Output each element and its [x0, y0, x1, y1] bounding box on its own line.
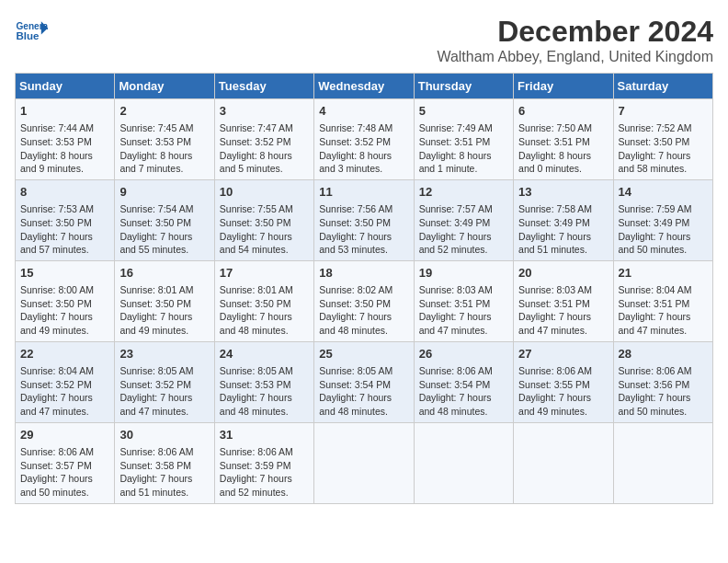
calendar-table: SundayMondayTuesdayWednesdayThursdayFrid… [15, 73, 713, 504]
calendar-cell: 17Sunrise: 8:01 AM Sunset: 3:50 PM Dayli… [214, 260, 313, 341]
calendar-cell: 24Sunrise: 8:05 AM Sunset: 3:53 PM Dayli… [214, 341, 313, 422]
calendar-cell: 27Sunrise: 8:06 AM Sunset: 3:55 PM Dayli… [514, 341, 613, 422]
day-number: 2 [119, 103, 209, 120]
day-number: 3 [220, 103, 309, 120]
column-header-wednesday: Wednesday [314, 74, 414, 99]
day-info: Sunrise: 8:06 AM Sunset: 3:55 PM Dayligh… [518, 364, 608, 419]
calendar-cell: 7Sunrise: 7:52 AM Sunset: 3:50 PM Daylig… [613, 99, 712, 180]
day-number: 6 [518, 103, 608, 120]
day-info: Sunrise: 7:59 AM Sunset: 3:49 PM Dayligh… [619, 202, 708, 257]
calendar-cell: 29Sunrise: 8:06 AM Sunset: 3:57 PM Dayli… [16, 422, 115, 503]
day-number: 8 [20, 184, 109, 201]
day-info: Sunrise: 7:57 AM Sunset: 3:49 PM Dayligh… [419, 202, 508, 257]
day-number: 14 [619, 184, 708, 201]
day-number: 15 [20, 265, 109, 282]
day-info: Sunrise: 7:54 AM Sunset: 3:50 PM Dayligh… [119, 202, 209, 257]
day-info: Sunrise: 8:02 AM Sunset: 3:50 PM Dayligh… [319, 283, 408, 338]
day-info: Sunrise: 8:06 AM Sunset: 3:59 PM Dayligh… [220, 445, 309, 500]
column-header-thursday: Thursday [414, 74, 513, 99]
calendar-cell [613, 422, 712, 503]
day-info: Sunrise: 8:01 AM Sunset: 3:50 PM Dayligh… [220, 283, 309, 338]
calendar-cell: 4Sunrise: 7:48 AM Sunset: 3:52 PM Daylig… [314, 99, 414, 180]
day-number: 26 [419, 346, 508, 362]
day-number: 4 [319, 103, 408, 120]
calendar-cell: 13Sunrise: 7:58 AM Sunset: 3:49 PM Dayli… [514, 179, 613, 260]
title-area: December 2024 Waltham Abbey, England, Un… [437, 15, 713, 65]
day-info: Sunrise: 7:53 AM Sunset: 3:50 PM Dayligh… [20, 202, 109, 257]
svg-text:Blue: Blue [16, 30, 40, 41]
day-number: 10 [220, 184, 309, 201]
day-number: 22 [20, 346, 109, 362]
calendar-cell: 22Sunrise: 8:04 AM Sunset: 3:52 PM Dayli… [16, 341, 115, 422]
column-header-tuesday: Tuesday [214, 74, 313, 99]
calendar-cell: 2Sunrise: 7:45 AM Sunset: 3:53 PM Daylig… [115, 99, 214, 180]
day-number: 21 [619, 265, 708, 282]
calendar-cell: 28Sunrise: 8:06 AM Sunset: 3:56 PM Dayli… [613, 341, 712, 422]
day-info: Sunrise: 8:01 AM Sunset: 3:50 PM Dayligh… [119, 283, 209, 338]
day-number: 29 [20, 427, 109, 443]
calendar-cell: 20Sunrise: 8:03 AM Sunset: 3:51 PM Dayli… [514, 260, 613, 341]
day-info: Sunrise: 8:06 AM Sunset: 3:57 PM Dayligh… [20, 445, 109, 500]
day-info: Sunrise: 7:47 AM Sunset: 3:52 PM Dayligh… [220, 121, 309, 176]
calendar-header: SundayMondayTuesdayWednesdayThursdayFrid… [16, 74, 713, 99]
day-info: Sunrise: 8:06 AM Sunset: 3:54 PM Dayligh… [419, 364, 508, 419]
day-info: Sunrise: 8:05 AM Sunset: 3:54 PM Dayligh… [319, 364, 408, 419]
calendar-cell: 10Sunrise: 7:55 AM Sunset: 3:50 PM Dayli… [214, 179, 313, 260]
logo-icon: General Blue [15, 15, 48, 48]
calendar-cell [514, 422, 613, 503]
calendar-cell: 11Sunrise: 7:56 AM Sunset: 3:50 PM Dayli… [314, 179, 414, 260]
day-info: Sunrise: 7:45 AM Sunset: 3:53 PM Dayligh… [119, 121, 209, 176]
calendar-cell: 8Sunrise: 7:53 AM Sunset: 3:50 PM Daylig… [16, 179, 115, 260]
calendar-cell [414, 422, 513, 503]
day-number: 19 [419, 265, 508, 282]
day-number: 5 [419, 103, 508, 120]
column-header-monday: Monday [115, 74, 214, 99]
day-info: Sunrise: 7:55 AM Sunset: 3:50 PM Dayligh… [220, 202, 309, 257]
day-number: 30 [119, 427, 209, 443]
header: General Blue December 2024 Waltham Abbey… [15, 15, 713, 65]
day-number: 1 [20, 103, 109, 120]
calendar-cell: 6Sunrise: 7:50 AM Sunset: 3:51 PM Daylig… [514, 99, 613, 180]
calendar-cell: 1Sunrise: 7:44 AM Sunset: 3:53 PM Daylig… [16, 99, 115, 180]
page-subtitle: Waltham Abbey, England, United Kingdom [437, 49, 713, 65]
day-number: 25 [319, 346, 408, 362]
day-number: 12 [419, 184, 508, 201]
calendar-cell: 3Sunrise: 7:47 AM Sunset: 3:52 PM Daylig… [214, 99, 313, 180]
day-info: Sunrise: 7:44 AM Sunset: 3:53 PM Dayligh… [20, 121, 109, 176]
calendar-cell: 15Sunrise: 8:00 AM Sunset: 3:50 PM Dayli… [16, 260, 115, 341]
day-number: 9 [119, 184, 209, 201]
day-info: Sunrise: 8:04 AM Sunset: 3:52 PM Dayligh… [20, 364, 109, 419]
day-info: Sunrise: 8:06 AM Sunset: 3:58 PM Dayligh… [119, 445, 209, 500]
day-number: 24 [220, 346, 309, 362]
calendar-cell: 30Sunrise: 8:06 AM Sunset: 3:58 PM Dayli… [115, 422, 214, 503]
logo: General Blue [15, 15, 48, 48]
calendar-cell: 23Sunrise: 8:05 AM Sunset: 3:52 PM Dayli… [115, 341, 214, 422]
column-header-friday: Friday [514, 74, 613, 99]
calendar-cell: 14Sunrise: 7:59 AM Sunset: 3:49 PM Dayli… [613, 179, 712, 260]
day-info: Sunrise: 8:06 AM Sunset: 3:56 PM Dayligh… [619, 364, 708, 419]
day-number: 23 [119, 346, 209, 362]
day-number: 17 [220, 265, 309, 282]
day-info: Sunrise: 8:04 AM Sunset: 3:51 PM Dayligh… [619, 283, 708, 338]
day-info: Sunrise: 8:03 AM Sunset: 3:51 PM Dayligh… [518, 283, 608, 338]
calendar-cell: 18Sunrise: 8:02 AM Sunset: 3:50 PM Dayli… [314, 260, 414, 341]
column-header-saturday: Saturday [613, 74, 712, 99]
calendar-cell: 26Sunrise: 8:06 AM Sunset: 3:54 PM Dayli… [414, 341, 513, 422]
calendar-cell: 19Sunrise: 8:03 AM Sunset: 3:51 PM Dayli… [414, 260, 513, 341]
calendar-body: 1Sunrise: 7:44 AM Sunset: 3:53 PM Daylig… [16, 99, 713, 504]
calendar-cell: 12Sunrise: 7:57 AM Sunset: 3:49 PM Dayli… [414, 179, 513, 260]
day-info: Sunrise: 7:48 AM Sunset: 3:52 PM Dayligh… [319, 121, 408, 176]
day-number: 28 [619, 346, 708, 362]
day-number: 11 [319, 184, 408, 201]
day-info: Sunrise: 8:03 AM Sunset: 3:51 PM Dayligh… [419, 283, 508, 338]
calendar-cell: 31Sunrise: 8:06 AM Sunset: 3:59 PM Dayli… [214, 422, 313, 503]
day-info: Sunrise: 7:50 AM Sunset: 3:51 PM Dayligh… [518, 121, 608, 176]
calendar-cell: 16Sunrise: 8:01 AM Sunset: 3:50 PM Dayli… [115, 260, 214, 341]
day-number: 7 [619, 103, 708, 120]
day-info: Sunrise: 7:58 AM Sunset: 3:49 PM Dayligh… [518, 202, 608, 257]
day-info: Sunrise: 8:05 AM Sunset: 3:52 PM Dayligh… [119, 364, 209, 419]
page-title: December 2024 [437, 15, 713, 49]
day-info: Sunrise: 8:00 AM Sunset: 3:50 PM Dayligh… [20, 283, 109, 338]
calendar-cell: 5Sunrise: 7:49 AM Sunset: 3:51 PM Daylig… [414, 99, 513, 180]
day-number: 20 [518, 265, 608, 282]
